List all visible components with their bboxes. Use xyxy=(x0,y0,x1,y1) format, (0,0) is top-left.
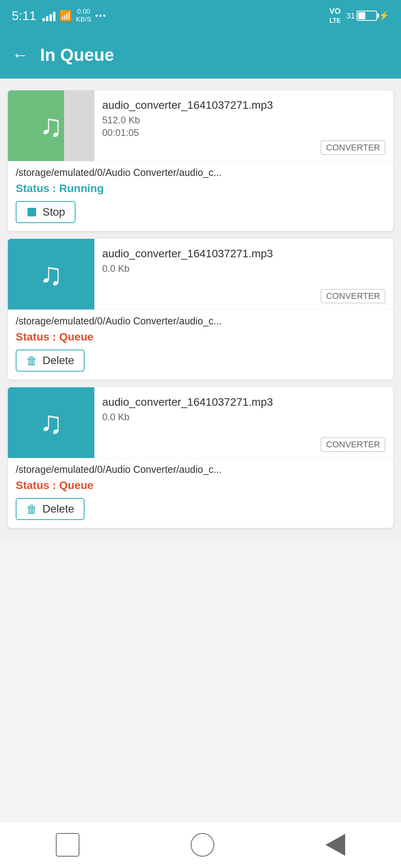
stop-label: Stop xyxy=(42,206,65,218)
file-path: /storage/emulated/0/Audio Converter/audi… xyxy=(16,464,385,475)
queue-item: ♫ audio_converter_1641037271.mp3 0.0 Kb … xyxy=(8,387,393,528)
delete-button[interactable]: 🗑 Delete xyxy=(16,350,85,372)
converter-badge: CONVERTER xyxy=(321,438,385,452)
status-bar-right: VOLTE 31 ⚡ xyxy=(329,7,389,25)
stop-icon xyxy=(26,206,38,218)
file-name: audio_converter_1641037271.mp3 xyxy=(102,98,385,112)
signal-icon xyxy=(42,10,55,21)
music-note-icon: ♫ xyxy=(39,405,63,441)
card-info: audio_converter_1641037271.mp3 512.0 Kb … xyxy=(94,90,393,161)
card-bottom: /storage/emulated/0/Audio Converter/audi… xyxy=(8,458,393,528)
status-badge: Status : Queue xyxy=(16,479,385,492)
status-bar-left: 5:11 📶 0.00 KB/S ••• xyxy=(12,8,107,24)
card-bottom: /storage/emulated/0/Audio Converter/audi… xyxy=(8,309,393,379)
page-title: In Queue xyxy=(40,45,114,65)
delete-label: Delete xyxy=(42,354,74,367)
wifi-icon: 📶 xyxy=(59,10,72,22)
app-header: ← In Queue xyxy=(0,31,401,79)
music-note-icon: ♫ xyxy=(39,108,63,144)
status-time: 5:11 xyxy=(12,9,36,23)
file-size: 0.0 Kb xyxy=(102,412,385,423)
back-button[interactable]: ← xyxy=(12,46,28,64)
file-size: 512.0 Kb xyxy=(102,115,385,126)
queue-item: ♫ audio_converter_1641037271.mp3 512.0 K… xyxy=(8,90,393,231)
file-duration: 00:01:05 xyxy=(102,127,385,138)
battery-icon xyxy=(357,11,377,21)
thumbnail-queue: ♫ xyxy=(8,387,94,458)
home-button[interactable] xyxy=(191,833,214,857)
data-speed: 0.00 KB/S xyxy=(76,8,91,24)
queue-list: ♫ audio_converter_1641037271.mp3 512.0 K… xyxy=(0,79,401,540)
trash-icon: 🗑 xyxy=(26,355,38,366)
card-info: audio_converter_1641037271.mp3 0.0 Kb CO… xyxy=(94,387,393,458)
file-name: audio_converter_1641037271.mp3 xyxy=(102,247,385,261)
thumbnail-queue: ♫ xyxy=(8,239,94,309)
battery-level: 31 xyxy=(346,11,355,20)
file-size: 0.0 Kb xyxy=(102,263,385,274)
recent-apps-button[interactable] xyxy=(56,833,79,857)
status-icons: 📶 0.00 KB/S ••• xyxy=(42,8,107,24)
file-path: /storage/emulated/0/Audio Converter/audi… xyxy=(16,167,385,178)
battery-container: 31 ⚡ xyxy=(346,11,389,21)
status-bar: 5:11 📶 0.00 KB/S ••• VOLTE 31 ⚡ xyxy=(0,0,401,31)
card-bottom: /storage/emulated/0/Audio Converter/audi… xyxy=(8,161,393,231)
delete-button[interactable]: 🗑 Delete xyxy=(16,498,85,520)
card-info: audio_converter_1641037271.mp3 0.0 Kb CO… xyxy=(94,239,393,309)
queue-item: ♫ audio_converter_1641037271.mp3 0.0 Kb … xyxy=(8,239,393,379)
overflow-icon: ••• xyxy=(95,11,107,21)
nav-bar xyxy=(0,821,401,868)
status-badge: Status : Queue xyxy=(16,331,385,343)
thumbnail-running: ♫ xyxy=(8,90,94,161)
music-note-icon: ♫ xyxy=(39,256,63,292)
delete-label: Delete xyxy=(42,503,74,515)
stop-button[interactable]: Stop xyxy=(16,201,75,223)
converter-badge: CONVERTER xyxy=(321,289,385,303)
converter-badge: CONVERTER xyxy=(321,141,385,155)
file-name: audio_converter_1641037271.mp3 xyxy=(102,395,385,409)
file-path: /storage/emulated/0/Audio Converter/audi… xyxy=(16,315,385,327)
back-nav-button[interactable] xyxy=(326,834,345,856)
vo-lte-indicator: VOLTE xyxy=(329,7,341,25)
status-badge: Status : Running xyxy=(16,182,385,195)
charging-icon: ⚡ xyxy=(379,11,389,21)
trash-icon: 🗑 xyxy=(26,503,38,515)
